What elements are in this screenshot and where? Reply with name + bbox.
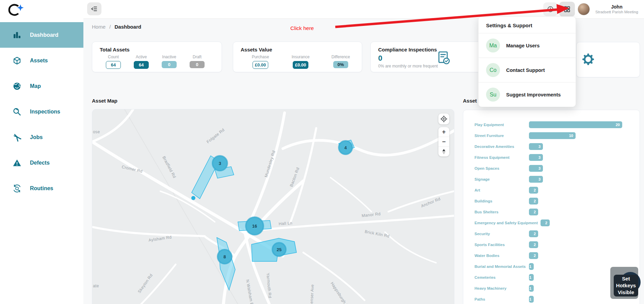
breakdown-bar[interactable]: 1 bbox=[529, 296, 534, 303]
settings-gear-button[interactable] bbox=[581, 52, 595, 67]
locate-icon bbox=[440, 115, 448, 123]
road-label: Folgate Rd bbox=[206, 127, 225, 145]
sidebar-item-dashboard[interactable]: Dashboard bbox=[0, 22, 83, 48]
breakdown-row: Bus Shelters2 bbox=[463, 207, 640, 217]
sidebar-item-inspections[interactable]: Inspections bbox=[0, 99, 83, 124]
breakdown-bar[interactable]: 1 bbox=[529, 285, 534, 292]
breakdown-row: Decorative Amenities3 bbox=[463, 141, 640, 152]
map-icon bbox=[12, 81, 22, 91]
breakdown-category-label[interactable]: Heavy Machinery bbox=[474, 286, 529, 290]
breakdown-category-label[interactable]: Bus Shelters bbox=[474, 210, 529, 214]
asset-map[interactable]: oseFolgate RdBradfield RdCromer RdMundes… bbox=[92, 109, 454, 304]
sidebar-item-defects[interactable]: Defects bbox=[0, 150, 83, 176]
breakdown-bar[interactable]: 20 bbox=[529, 121, 622, 128]
assets-value-purchase: Purchase£0.00 bbox=[243, 55, 277, 69]
breakdown-category-label[interactable]: Open Spaces bbox=[474, 166, 529, 170]
breakdown-bar[interactable]: 10 bbox=[529, 132, 576, 139]
breakdown-bar[interactable]: 2 bbox=[529, 230, 538, 237]
asset-breakdown-title: Asset bbox=[463, 98, 477, 104]
click-here-annotation: Click here bbox=[290, 25, 314, 31]
breakdown-category-label[interactable]: Street Furniture bbox=[474, 134, 529, 138]
map-cluster-marker[interactable]: 4 bbox=[339, 141, 352, 154]
stat-label: Inactive bbox=[158, 55, 180, 59]
stat-value-badge: £0.00 bbox=[293, 61, 309, 69]
card-assets-value: Assets Value Purchase£0.00Insurance£0.00… bbox=[233, 42, 362, 72]
breakdown-bar[interactable]: 3 bbox=[529, 154, 543, 161]
menu-item-contact-support[interactable]: CoContact Support bbox=[479, 58, 576, 82]
cluster-count: 3 bbox=[219, 161, 221, 166]
history-button[interactable] bbox=[543, 2, 558, 16]
breadcrumb-current: Dashboard bbox=[115, 24, 141, 30]
cluster-count: 4 bbox=[344, 145, 347, 150]
breakdown-bar[interactable]: 2 bbox=[529, 198, 538, 204]
breakdown-category-label[interactable]: Decorative Amenities bbox=[474, 145, 529, 149]
sidebar-item-jobs[interactable]: Jobs bbox=[0, 124, 83, 150]
cluster-count: 16 bbox=[252, 224, 257, 229]
breakdown-category-label[interactable]: Fitness Equipment bbox=[474, 155, 529, 159]
map-cluster-marker[interactable]: 16 bbox=[246, 217, 263, 235]
zoom-out-button[interactable]: − bbox=[438, 137, 449, 147]
hotkeys-line-2: Hotkeys bbox=[614, 282, 638, 289]
breakdown-bar[interactable]: 1 bbox=[529, 263, 534, 270]
breakdown-bar[interactable]: 2 bbox=[529, 209, 538, 215]
road-label: Bradfield Rd bbox=[161, 155, 177, 179]
asset-map-title: Asset Map bbox=[92, 98, 117, 104]
sidebar-item-routines[interactable]: Routines bbox=[0, 176, 83, 201]
map-cluster-marker[interactable]: 3 bbox=[212, 156, 227, 171]
breakdown-category-label[interactable]: Play Equipment bbox=[474, 123, 529, 127]
breakdown-category-label[interactable]: Paths bbox=[474, 297, 529, 301]
collapse-sidebar-button[interactable] bbox=[87, 2, 101, 15]
breakdown-bar[interactable]: 2 bbox=[529, 252, 538, 259]
breakdown-category-label[interactable]: Art bbox=[474, 188, 529, 192]
menu-item-suggest-improvements[interactable]: SuSuggest Improvements bbox=[479, 82, 576, 107]
apps-menu-button[interactable] bbox=[559, 2, 575, 17]
map-point-marker[interactable] bbox=[191, 196, 195, 200]
sidebar-item-map[interactable]: Map bbox=[0, 73, 83, 99]
app-logo[interactable] bbox=[7, 3, 24, 18]
road-label: Manor Rd bbox=[361, 211, 381, 218]
breakdown-bar[interactable]: 3 bbox=[529, 176, 543, 183]
breakdown-category-label[interactable]: Security bbox=[474, 232, 529, 236]
cluster-count: 25 bbox=[277, 247, 281, 252]
map-canvas: oseFolgate RdBradfield RdCromer RdMundes… bbox=[92, 109, 454, 304]
pitch-toggle-button[interactable] bbox=[438, 147, 449, 156]
stat-label: Purchase bbox=[243, 55, 277, 59]
stat-value-badge: 0% bbox=[333, 61, 348, 68]
breakdown-category-label[interactable]: Water Bodies bbox=[474, 254, 529, 258]
breakdown-bar[interactable]: 3 bbox=[529, 165, 543, 172]
breadcrumb-home-link[interactable]: Home bbox=[92, 24, 106, 30]
breakdown-bar[interactable]: 2 bbox=[541, 219, 550, 226]
breakdown-category-label[interactable]: Emergency and Safety Equipment bbox=[474, 221, 541, 225]
locate-me-button[interactable] bbox=[438, 113, 449, 124]
menu-item-manage-users[interactable]: MaManage Users bbox=[479, 33, 576, 58]
breakdown-row: Fitness Equipment3 bbox=[463, 152, 640, 163]
sidebar: DashboardAssetsMapInspectionsJobsDefects… bbox=[0, 0, 83, 304]
zoom-in-button[interactable]: + bbox=[438, 127, 449, 137]
total-assets-draft: Draft0 bbox=[186, 55, 208, 69]
card-settings bbox=[576, 42, 640, 77]
breakdown-category-label[interactable]: Sports Facilities bbox=[474, 243, 529, 247]
breakdown-bar[interactable]: 3 bbox=[529, 143, 543, 150]
user-avatar[interactable] bbox=[578, 3, 590, 15]
breakdown-category-label[interactable]: Cemeteries bbox=[474, 275, 529, 279]
total-assets-active: Active64 bbox=[130, 55, 152, 69]
card-assets-value-title: Assets Value bbox=[233, 42, 362, 52]
sidebar-item-assets[interactable]: Assets bbox=[0, 48, 83, 73]
stat-value-badge: £0.00 bbox=[253, 61, 269, 69]
breakdown-category-label[interactable]: Burial and Memorial Assets bbox=[474, 264, 529, 269]
breakdown-category-label[interactable]: Signage bbox=[474, 177, 529, 181]
map-cluster-marker[interactable]: 8 bbox=[218, 249, 232, 264]
user-block[interactable]: John Stradsett Parish Meeting bbox=[593, 4, 641, 15]
breakdown-bar[interactable]: 2 bbox=[529, 187, 538, 194]
breakdown-row: Emergency and Safety Equipment2 bbox=[463, 217, 640, 228]
breakdown-category-label[interactable]: Buildings bbox=[474, 199, 529, 203]
road-label: Aylsham Rd bbox=[148, 235, 172, 243]
cluster-count: 8 bbox=[223, 254, 226, 259]
document-check-icon bbox=[438, 51, 451, 66]
stat-label: Count bbox=[102, 55, 124, 59]
assets-value-insurance: Insurance£0.00 bbox=[284, 55, 318, 69]
map-cluster-marker[interactable]: 25 bbox=[272, 243, 286, 256]
breakdown-bar[interactable]: 1 bbox=[529, 274, 534, 281]
breakdown-bar[interactable]: 2 bbox=[529, 241, 538, 248]
topbar-right-cluster: John Stradsett Parish Meeting bbox=[543, 0, 641, 18]
